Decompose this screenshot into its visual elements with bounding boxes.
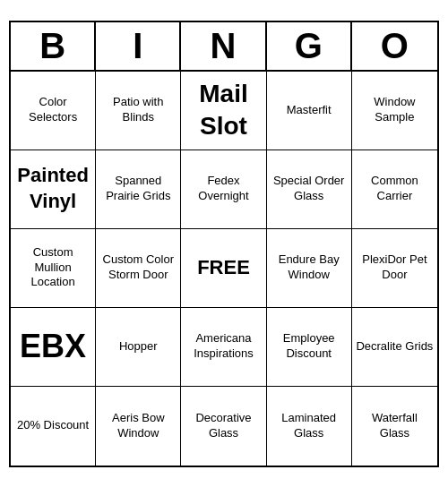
bingo-cell[interactable]: Painted Vinyl <box>11 150 96 229</box>
header-letter: N <box>181 22 266 70</box>
header-letter: O <box>352 22 437 70</box>
bingo-header: BINGO <box>11 22 437 72</box>
bingo-cell[interactable]: Color Selectors <box>11 72 96 150</box>
bingo-cell[interactable]: Patio with Blinds <box>96 72 181 150</box>
bingo-cell[interactable]: Fedex Overnight <box>181 150 266 229</box>
header-letter: B <box>11 22 96 70</box>
bingo-grid: Color SelectorsPatio with BlindsMail Slo… <box>11 72 437 466</box>
bingo-cell[interactable]: Common Carrier <box>352 150 437 229</box>
bingo-cell[interactable]: Americana Inspirations <box>181 308 266 387</box>
bingo-cell[interactable]: Laminated Glass <box>267 387 352 466</box>
bingo-cell[interactable]: PlexiDor Pet Door <box>352 229 437 308</box>
bingo-cell[interactable]: Masterfit <box>267 72 352 150</box>
bingo-cell[interactable]: Mail Slot <box>181 72 266 150</box>
bingo-cell[interactable]: Waterfall Glass <box>352 387 437 466</box>
bingo-cell[interactable]: Decorative Glass <box>181 387 266 466</box>
bingo-cell[interactable]: Custom Color Storm Door <box>96 229 181 308</box>
bingo-cell[interactable]: Employee Discount <box>267 308 352 387</box>
bingo-cell[interactable]: Spanned Prairie Grids <box>96 150 181 229</box>
bingo-cell[interactable]: Hopper <box>96 308 181 387</box>
bingo-cell[interactable]: Endure Bay Window <box>267 229 352 308</box>
bingo-cell[interactable]: Window Sample <box>352 72 437 150</box>
bingo-cell[interactable]: 20% Discount <box>11 387 96 466</box>
bingo-cell[interactable]: Custom Mullion Location <box>11 229 96 308</box>
bingo-cell[interactable]: EBX <box>11 308 96 387</box>
header-letter: G <box>267 22 352 70</box>
bingo-cell[interactable]: Aeris Bow Window <box>96 387 181 466</box>
bingo-cell[interactable]: Special Order Glass <box>267 150 352 229</box>
bingo-cell[interactable]: FREE <box>181 229 266 308</box>
bingo-card: BINGO Color SelectorsPatio with BlindsMa… <box>9 21 439 467</box>
header-letter: I <box>96 22 181 70</box>
bingo-cell[interactable]: Decralite Grids <box>352 308 437 387</box>
